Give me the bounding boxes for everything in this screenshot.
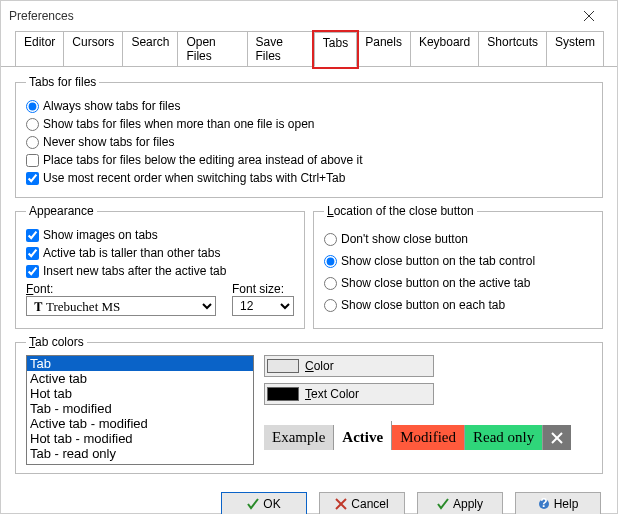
- color-button[interactable]: Color: [264, 355, 434, 377]
- tab-colors-legend: Tab colors: [26, 335, 87, 349]
- radio-close-on-active[interactable]: Show close button on the active tab: [324, 276, 592, 290]
- tab-shortcuts[interactable]: Shortcuts: [478, 31, 547, 66]
- close-icon: [584, 11, 594, 21]
- tab-examples: Example Active Modified Read only: [264, 425, 592, 450]
- example-readonly: Read only: [465, 425, 543, 450]
- tab-keyboard[interactable]: Keyboard: [410, 31, 479, 66]
- check-show-images[interactable]: Show images on tabs: [26, 228, 294, 242]
- radio-close-on-control-input[interactable]: [324, 255, 337, 268]
- cancel-icon: [335, 498, 347, 510]
- example-modified: Modified: [392, 425, 465, 450]
- svg-text:?: ?: [540, 498, 547, 510]
- radio-close-on-each-input[interactable]: [324, 299, 337, 312]
- check-mru-order[interactable]: Use most recent order when switching tab…: [26, 171, 592, 185]
- preferences-window: Preferences EditorCursorsSearchOpen File…: [0, 0, 618, 514]
- list-item[interactable]: Tab - read only: [27, 446, 253, 461]
- radio-never-show[interactable]: Never show tabs for files: [26, 135, 592, 149]
- check-active-taller[interactable]: Active tab is taller than other tabs: [26, 246, 294, 260]
- radio-always-show[interactable]: Always show tabs for files: [26, 99, 592, 113]
- radio-close-on-each[interactable]: Show close button on each tab: [324, 298, 592, 312]
- radio-close-on-active-input[interactable]: [324, 277, 337, 290]
- list-item[interactable]: Active tab: [27, 371, 253, 386]
- radio-close-on-control[interactable]: Show close button on the tab control: [324, 254, 592, 268]
- appearance-group: Appearance Show images on tabs Active ta…: [15, 204, 305, 329]
- font-size-select[interactable]: 12: [232, 296, 294, 316]
- list-item[interactable]: Tab: [27, 356, 253, 371]
- font-size-label: Font size:: [232, 282, 294, 296]
- font-label: Font:: [26, 282, 216, 296]
- dialog-buttons: OK Cancel Apply ? Help: [1, 484, 617, 514]
- check-tabs-below[interactable]: Place tabs for files below the editing a…: [26, 153, 592, 167]
- tab-colors-group: Tab colors TabActive tabHot tabTab - mod…: [15, 335, 603, 474]
- appearance-legend: Appearance: [26, 204, 97, 218]
- list-item[interactable]: Hot tab - modified: [27, 431, 253, 446]
- help-icon: ?: [538, 498, 550, 510]
- apply-button[interactable]: Apply: [417, 492, 503, 514]
- list-item[interactable]: Tab - modified: [27, 401, 253, 416]
- tab-content: Tabs for files Always show tabs for file…: [1, 67, 617, 484]
- checkmark-icon: [247, 498, 259, 510]
- color-button-label: Color: [305, 359, 334, 373]
- text-color-button[interactable]: Text Color: [264, 383, 434, 405]
- radio-never-show-input[interactable]: [26, 136, 39, 149]
- check-show-images-input[interactable]: [26, 229, 39, 242]
- window-title: Preferences: [9, 9, 569, 23]
- help-button[interactable]: ? Help: [515, 492, 601, 514]
- close-button-group: Location of the close button Don't show …: [313, 204, 603, 329]
- tab-cursors[interactable]: Cursors: [63, 31, 123, 66]
- tabstrip: EditorCursorsSearchOpen FilesSave FilesT…: [1, 31, 617, 67]
- list-item[interactable]: Active tab - modified: [27, 416, 253, 431]
- list-item[interactable]: Hot tab: [27, 386, 253, 401]
- tab-system[interactable]: System: [546, 31, 604, 66]
- checkmark-icon: [437, 498, 449, 510]
- check-insert-after-active[interactable]: Insert new tabs after the active tab: [26, 264, 294, 278]
- example-active: Active: [334, 421, 392, 450]
- tabs-for-files-legend: Tabs for files: [26, 75, 99, 89]
- tab-colors-listbox[interactable]: TabActive tabHot tabTab - modifiedActive…: [26, 355, 254, 465]
- tabs-for-files-group: Tabs for files Always show tabs for file…: [15, 75, 603, 198]
- text-color-swatch: [267, 387, 299, 401]
- radio-show-when-multiple[interactable]: Show tabs for files when more than one f…: [26, 117, 592, 131]
- example-tab: Example: [264, 425, 334, 450]
- check-tabs-below-input[interactable]: [26, 154, 39, 167]
- tab-editor[interactable]: Editor: [15, 31, 64, 66]
- tab-panels[interactable]: Panels: [356, 31, 411, 66]
- close-button-legend: Location of the close button: [324, 204, 477, 218]
- text-color-button-label: Text Color: [305, 387, 359, 401]
- radio-always-show-input[interactable]: [26, 100, 39, 113]
- tab-save-files[interactable]: Save Files: [247, 31, 315, 66]
- color-swatch: [267, 359, 299, 373]
- titlebar: Preferences: [1, 1, 617, 31]
- check-mru-order-input[interactable]: [26, 172, 39, 185]
- radio-no-close[interactable]: Don't show close button: [324, 232, 592, 246]
- radio-no-close-input[interactable]: [324, 233, 337, 246]
- window-close-button[interactable]: [569, 1, 609, 31]
- check-active-taller-input[interactable]: [26, 247, 39, 260]
- radio-show-when-multiple-input[interactable]: [26, 118, 39, 131]
- ok-button[interactable]: OK: [221, 492, 307, 514]
- font-select[interactable]: 𝐓 Trebuchet MS: [26, 296, 216, 316]
- tab-search[interactable]: Search: [122, 31, 178, 66]
- tab-tabs[interactable]: Tabs: [314, 32, 357, 67]
- cancel-button[interactable]: Cancel: [319, 492, 405, 514]
- tab-open-files[interactable]: Open Files: [177, 31, 247, 66]
- check-insert-after-active-input[interactable]: [26, 265, 39, 278]
- example-close-icon: [543, 425, 571, 450]
